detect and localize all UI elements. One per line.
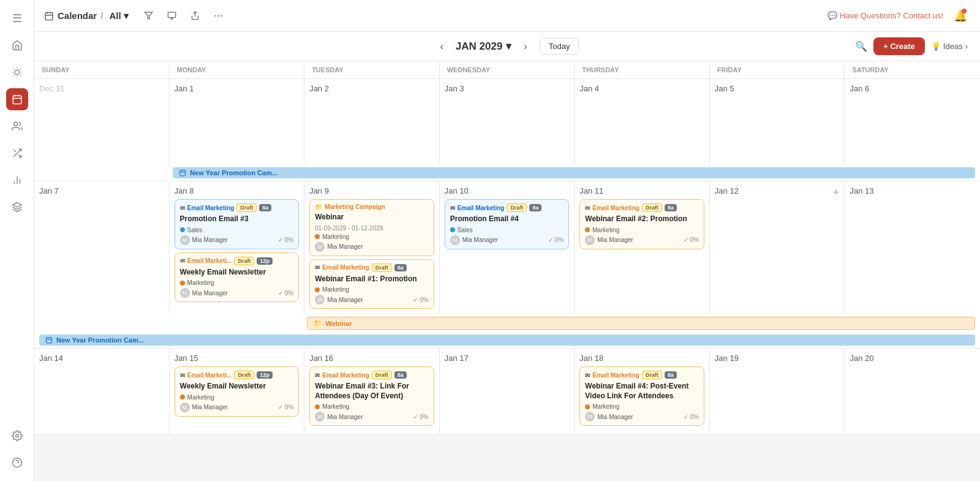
avatar: M [180, 403, 190, 412]
next-month-button[interactable]: › [519, 39, 532, 55]
sales-dot [180, 227, 185, 232]
menu-icon[interactable]: ☰ [6, 7, 28, 29]
time-badge: 8a [665, 204, 677, 211]
event-webinar-email-1[interactable]: ✉ Email Marketing Draft 8a Webinar Email… [309, 259, 434, 309]
home-icon[interactable] [6, 34, 28, 56]
day-jan8: Jan 8 ✉ Email Marketing Draft 8a Promoti… [170, 181, 305, 314]
create-button[interactable]: + Create [873, 37, 925, 55]
day-number: Jan 2 [309, 84, 434, 93]
webinar-span-bar[interactable]: 📁 Webinar [307, 317, 975, 330]
view-selector[interactable]: All ▾ [109, 10, 128, 21]
days-header: SUNDAY MONDAY TUESDAY WEDNESDAY THURSDAY… [34, 61, 980, 79]
month-title[interactable]: JAN 2029 ▾ [456, 40, 512, 53]
svg-marker-20 [12, 203, 21, 208]
event-footer: M Mia Manager ✓ 0% [180, 235, 294, 245]
day-number: Jan 20 [850, 354, 975, 363]
day-number: Jan 19 [715, 354, 840, 363]
settings-icon[interactable] [6, 425, 28, 447]
event-category: Marketing [585, 227, 699, 233]
add-event-button[interactable]: + [833, 186, 840, 199]
topbar: Calendar / All ▾ ⋯ 💬 Have Questions? Con… [34, 0, 980, 32]
display-button[interactable] [163, 7, 181, 25]
event-tag: Email Marketing [458, 205, 505, 211]
day-jan12: Jan 12 + [710, 181, 845, 314]
event-webinar[interactable]: 📁 Marketing Campaign Webinar 01-09-2029 … [309, 199, 434, 256]
bell-button[interactable]: 🔔 [951, 6, 970, 26]
day-jan5: Jan 5 [710, 79, 845, 165]
event-webinar-email-3[interactable]: ✉ Email Marketing Draft 8a Webinar Email… [309, 366, 434, 426]
week-cells-2: Jan 7 Jan 8 ✉ Email Marketing Draft 8a P… [34, 181, 980, 314]
folder-icon: 📁 [315, 203, 322, 210]
assignee-name: Mia Manager [192, 404, 228, 411]
event-weekly-newsletter-jan15[interactable]: ✉ Email Marketi... Draft 12p Weekly Emai… [175, 366, 300, 417]
help-icon[interactable] [6, 452, 28, 474]
today-button[interactable]: Today [540, 38, 579, 55]
event-promotion-email-4[interactable]: ✉ Email Marketing Draft 8a Promotion Ema… [445, 199, 570, 249]
event-title: Weekly Email Newsletter [180, 382, 294, 392]
assignee: M Mia Manager [315, 412, 363, 422]
layers-icon[interactable] [6, 196, 28, 218]
title-text: Calendar [58, 10, 97, 21]
event-webinar-email-4[interactable]: ✉ Email Marketing Draft 8a Webinar Email… [579, 366, 704, 426]
event-category: Marketing [180, 394, 294, 401]
event-weekly-newsletter-jan8[interactable]: ✉ Email Marketi... Draft 12p Weekly Emai… [175, 252, 300, 303]
avatar: M [315, 412, 325, 422]
day-jan17: Jan 17 [440, 349, 575, 434]
day-number: Jan 5 [715, 84, 840, 93]
lightbulb-icon[interactable] [6, 61, 28, 83]
span-bar-label: New Year Promotion Cam... [190, 169, 277, 176]
draft-badge: Draft [234, 371, 254, 379]
svg-rect-24 [45, 12, 53, 20]
event-tag: Marketing Campaign [325, 203, 385, 210]
event-title: Weekly Email Newsletter [180, 268, 294, 278]
assignee-name: Mia Manager [327, 243, 363, 250]
progress: ✓ 0% [278, 404, 293, 411]
day-number: Jan 15 [175, 354, 300, 363]
avatar: M [315, 295, 325, 305]
new-year-promo-bar-2[interactable]: New Year Promotion Cam... [39, 335, 975, 346]
contact-link[interactable]: 💬 Have Questions? Contact us! [827, 11, 943, 20]
event-header: ✉ Email Marketi... Draft 12p [180, 257, 294, 265]
category-label: Marketing [322, 233, 349, 240]
draft-badge: Draft [372, 263, 392, 272]
view-chevron: ▾ [124, 10, 129, 21]
event-webinar-email-2[interactable]: ✉ Email Marketing Draft 8a Webinar Email… [579, 199, 704, 249]
month-year-text: JAN 2029 [456, 40, 503, 53]
month-chevron: ▾ [506, 40, 511, 53]
people-icon[interactable] [6, 115, 28, 137]
event-footer: M Mia Manager ✓ 0% [180, 288, 294, 298]
ideas-button[interactable]: 💡 Ideas › [931, 42, 968, 51]
prev-month-button[interactable]: ‹ [435, 39, 448, 55]
shuffle-icon[interactable] [6, 142, 28, 164]
assignee: M Mia Manager [450, 235, 498, 245]
assignee-name: Mia Manager [327, 297, 363, 303]
calendar-icon[interactable] [6, 88, 28, 110]
assignee: M Mia Manager [315, 242, 363, 252]
time-badge: 8a [394, 371, 407, 379]
bar-chart-icon[interactable] [6, 169, 28, 191]
day-jan16: Jan 16 ✉ Email Marketing Draft 8a Webina… [304, 349, 440, 434]
event-promotion-email-3[interactable]: ✉ Email Marketing Draft 8a Promotion Ema… [175, 199, 300, 249]
event-category: Marketing [180, 279, 294, 286]
folder-icon: 📁 [314, 319, 322, 327]
event-title: Webinar Email #1: Promotion [315, 275, 429, 284]
svg-line-16 [13, 150, 16, 152]
svg-marker-28 [145, 12, 153, 19]
new-year-promo-bar-1[interactable]: New Year Promotion Cam... [173, 167, 975, 178]
time-badge: 12p [257, 257, 273, 265]
event-category: Marketing [315, 233, 429, 240]
title-separator: / [100, 10, 103, 21]
search-button[interactable]: 🔍 [855, 40, 867, 52]
event-date-range: 01-09-2029 - 01-12-2029 [315, 225, 429, 232]
span-bar-label: Webinar [326, 320, 352, 327]
sales-dot [450, 227, 455, 232]
more-button[interactable]: ⋯ [209, 7, 228, 25]
assignee: M Mia Manager [180, 403, 228, 412]
progress: ✓ 0% [684, 414, 699, 420]
svg-rect-9 [13, 96, 21, 104]
day-number: Jan 9 [309, 186, 434, 195]
event-title: Webinar Email #4: Post-Event Video Link … [585, 382, 699, 401]
email-icon: ✉ [585, 205, 590, 211]
share-button[interactable] [186, 7, 205, 25]
filter-button[interactable] [140, 7, 158, 25]
